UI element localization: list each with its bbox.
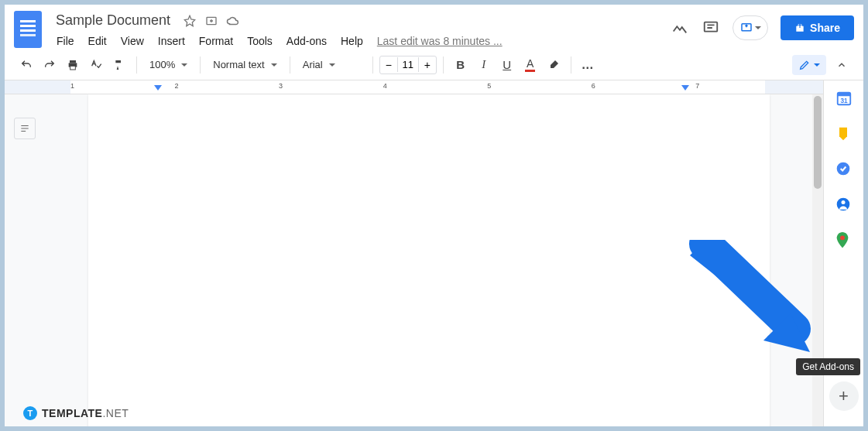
underline-button[interactable]: U <box>496 54 518 76</box>
chevron-down-icon <box>181 63 187 67</box>
star-icon[interactable] <box>183 14 197 28</box>
menu-file[interactable]: File <box>51 32 80 50</box>
spellcheck-button[interactable] <box>85 54 107 76</box>
comments-icon[interactable] <box>702 19 720 37</box>
scroll-thumb[interactable] <box>814 96 822 189</box>
document-title[interactable]: Sample Document <box>51 11 175 30</box>
svg-rect-1 <box>705 22 718 32</box>
indent-marker-icon[interactable] <box>681 85 689 93</box>
paragraph-style-dropdown[interactable]: Normal text <box>207 56 283 74</box>
svg-rect-5 <box>70 66 76 70</box>
scrollbar[interactable] <box>812 94 823 426</box>
menu-insert[interactable]: Insert <box>153 32 190 50</box>
ruler-tick: 1 <box>70 82 74 90</box>
font-size-value[interactable]: 11 <box>397 57 419 72</box>
zoom-dropdown[interactable]: 100% <box>143 56 194 74</box>
separator <box>443 56 444 74</box>
tooltip: Get Add-ons <box>796 358 860 375</box>
share-button[interactable]: Share <box>781 15 854 40</box>
menu-format[interactable]: Format <box>194 32 238 50</box>
bold-button[interactable]: B <box>450 54 472 76</box>
present-button[interactable] <box>732 15 768 40</box>
cloud-status-icon[interactable] <box>226 14 240 28</box>
text-color-button[interactable]: A <box>520 54 541 76</box>
ruler-tick: 6 <box>592 82 595 90</box>
indent-marker-icon[interactable] <box>154 85 162 93</box>
font-size-control: − 11 + <box>379 56 437 74</box>
brand-footer: T TEMPLATE.NET <box>23 406 129 420</box>
keep-icon[interactable] <box>835 125 853 142</box>
svg-point-11 <box>841 200 845 204</box>
font-size-decrease[interactable]: − <box>380 56 397 74</box>
ruler-tick: 5 <box>487 82 491 90</box>
outline-toggle-button[interactable] <box>14 118 36 139</box>
separator <box>571 56 571 74</box>
document-area <box>5 94 823 426</box>
toolbar: 100% Normal text Arial − 11 + B I U A … <box>5 50 863 80</box>
svg-text:31: 31 <box>840 97 848 104</box>
svg-rect-3 <box>70 60 76 63</box>
separator <box>200 56 201 74</box>
titlebar: Sample Document File Edit View Insert Fo… <box>5 5 863 50</box>
print-button[interactable] <box>62 54 84 76</box>
ruler[interactable]: 1 2 3 4 5 6 7 <box>5 80 823 94</box>
chevron-down-icon <box>755 26 761 29</box>
move-icon[interactable] <box>204 14 218 28</box>
chevron-down-icon <box>814 63 820 67</box>
paint-format-button[interactable] <box>108 54 130 76</box>
calendar-icon[interactable]: 31 <box>835 90 853 107</box>
more-button[interactable]: … <box>578 54 599 76</box>
brand-badge-icon: T <box>23 406 37 420</box>
chevron-down-icon <box>329 63 335 67</box>
menubar: File Edit View Insert Format Tools Add-o… <box>51 32 671 50</box>
font-size-increase[interactable]: + <box>419 56 436 74</box>
get-addons-button[interactable]: + <box>829 381 859 411</box>
document-page[interactable] <box>88 94 770 426</box>
menu-addons[interactable]: Add-ons <box>281 32 332 50</box>
ruler-tick: 7 <box>695 82 699 90</box>
menu-tools[interactable]: Tools <box>242 32 278 50</box>
last-edit-link[interactable]: Last edit was 8 minutes ... <box>372 32 508 50</box>
svg-rect-7 <box>837 93 850 97</box>
separator <box>136 56 137 74</box>
tasks-icon[interactable] <box>835 161 853 178</box>
highlight-button[interactable] <box>543 54 564 76</box>
font-dropdown[interactable]: Arial <box>297 56 366 74</box>
docs-logo-icon[interactable] <box>14 11 42 48</box>
menu-edit[interactable]: Edit <box>83 32 112 50</box>
redo-button[interactable] <box>39 54 60 76</box>
collapse-button[interactable] <box>831 54 853 76</box>
italic-button[interactable]: I <box>473 54 495 76</box>
ruler-tick: 2 <box>175 82 179 90</box>
menu-help[interactable]: Help <box>335 32 369 50</box>
undo-button[interactable] <box>15 54 37 76</box>
ruler-tick: 4 <box>383 82 387 90</box>
ruler-tick: 3 <box>279 82 283 90</box>
contacts-icon[interactable] <box>835 197 853 214</box>
menu-view[interactable]: View <box>115 32 149 50</box>
separator <box>290 56 290 74</box>
separator <box>372 56 373 74</box>
editing-mode-button[interactable] <box>792 55 826 75</box>
svg-point-12 <box>840 235 845 240</box>
maps-icon[interactable] <box>835 232 853 249</box>
chevron-down-icon <box>271 63 277 67</box>
activity-icon[interactable] <box>671 19 689 37</box>
share-label: Share <box>810 22 840 34</box>
